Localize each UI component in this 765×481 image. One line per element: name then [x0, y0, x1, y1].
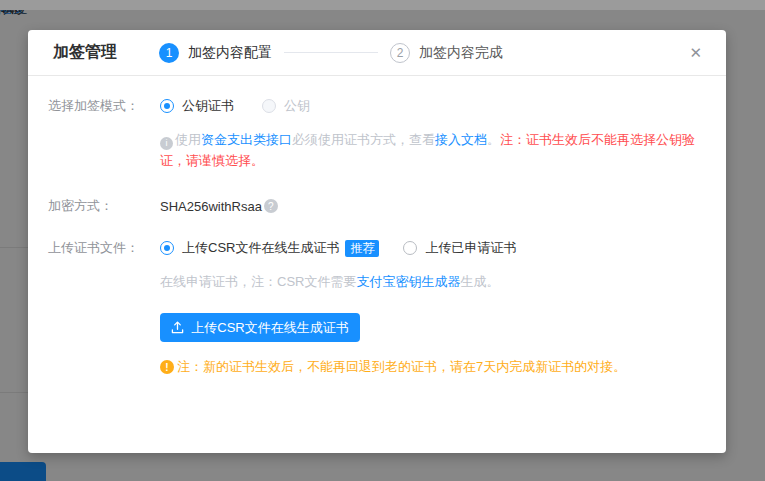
step-1-label: 加签内容配置 [188, 44, 272, 62]
note-period: 。 [487, 132, 500, 147]
radio-public-key-cert-label: 公钥证书 [182, 97, 234, 115]
upload-csr-button-label: 上传CSR文件在线生成证书 [191, 319, 348, 337]
radio-upload-existing-label: 上传已申请证书 [425, 239, 516, 257]
radio-upload-existing[interactable]: 上传已申请证书 [403, 239, 516, 257]
dialog-header: 加签管理 1 加签内容配置 2 加签内容完成 ✕ [28, 30, 726, 76]
step-2-number: 2 [390, 43, 410, 63]
radio-public-key-label: 公钥 [284, 97, 310, 115]
upload-csr-button[interactable]: 上传CSR文件在线生成证书 [160, 313, 360, 342]
step-2-content-done: 2 加签内容完成 [390, 43, 503, 63]
upload-icon [171, 321, 184, 334]
warning-icon: ! [160, 360, 174, 374]
help-icon[interactable]: ? [264, 199, 278, 213]
encrypt-method-value: SHA256withRsaa [160, 199, 262, 214]
csr-hint: 在线申请证书，注：CSR文件需要支付宝密钥生成器生成。 [160, 273, 702, 291]
close-icon[interactable]: ✕ [685, 41, 706, 64]
access-doc-link[interactable]: 接入文档 [435, 132, 487, 147]
fund-api-link[interactable]: 资金支出类接口 [201, 132, 292, 147]
encrypt-method-label: 加密方式： [48, 197, 160, 215]
radio-unchecked-icon [403, 241, 417, 255]
recommended-badge: 推荐 [345, 240, 379, 257]
step-1-number: 1 [159, 43, 179, 63]
dialog-body: 选择加签模式： 公钥证书 公钥 i使用资金支出类接口必须使用证书方式，查看接入文… [28, 97, 726, 376]
info-icon: i [160, 137, 173, 150]
sign-mode-row: 选择加签模式： 公钥证书 公钥 [48, 97, 702, 115]
csr-hint-prefix: 在线申请证书，注：CSR文件需要 [160, 274, 356, 289]
radio-upload-csr[interactable]: 上传CSR文件在线生成证书 [160, 239, 339, 257]
step-2-label: 加签内容完成 [419, 44, 503, 62]
page-top-strip [0, 0, 765, 10]
radio-disabled-icon [262, 99, 276, 113]
signature-management-dialog: 加签管理 1 加签内容配置 2 加签内容完成 ✕ 选择加签模式： 公钥证书 [28, 30, 726, 453]
upload-button-row: 上传CSR文件在线生成证书 [160, 313, 702, 342]
csr-hint-suffix: 生成。 [460, 274, 499, 289]
note-middle: 必须使用证书方式，查看 [292, 132, 435, 147]
cert-mode-note: i使用资金支出类接口必须使用证书方式，查看接入文档。注：证书生效后不能再选择公钥… [160, 129, 712, 171]
step-connector-line [284, 52, 378, 53]
radio-checked-icon [160, 241, 174, 255]
note-prefix: 使用 [175, 132, 201, 147]
sign-mode-label: 选择加签模式： [48, 97, 160, 115]
upload-cert-label: 上传证书文件： [48, 239, 160, 257]
step-1-content-config: 1 加签内容配置 [159, 43, 272, 63]
encrypt-method-row: 加密方式： SHA256withRsaa ? [48, 197, 702, 215]
dialog-title: 加签管理 [53, 42, 117, 63]
steps-indicator: 1 加签内容配置 2 加签内容完成 [159, 43, 503, 63]
radio-checked-icon [160, 99, 174, 113]
radio-upload-csr-label: 上传CSR文件在线生成证书 [182, 239, 339, 257]
cert-rollback-warning-text: 注：新的证书生效后，不能再回退到老的证书，请在7天内完成新证书的对接。 [177, 358, 626, 376]
upload-cert-row: 上传证书文件： 上传CSR文件在线生成证书 推荐 上传已申请证书 [48, 239, 702, 257]
key-generator-link[interactable]: 支付宝密钥生成器 [356, 274, 460, 289]
radio-public-key-cert[interactable]: 公钥证书 [160, 97, 234, 115]
radio-public-key: 公钥 [262, 97, 310, 115]
cert-rollback-warning: ! 注：新的证书生效后，不能再回退到老的证书，请在7天内完成新证书的对接。 [160, 358, 702, 376]
